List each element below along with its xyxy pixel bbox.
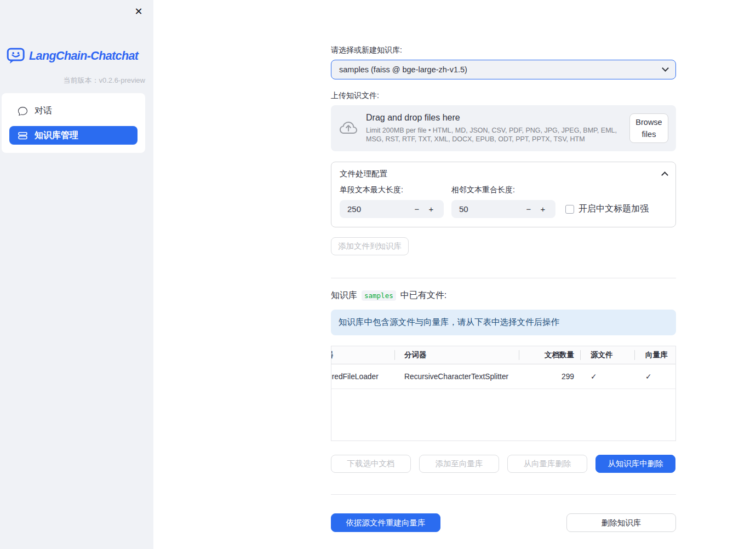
add-to-vector-store-button[interactable]: 添加至向量库: [419, 455, 499, 473]
delete-from-kb-button[interactable]: 从知识库中删除: [595, 455, 675, 473]
delete-kb-button[interactable]: 删除知识库: [566, 513, 676, 532]
file-config-title: 文件处理配置: [340, 169, 387, 179]
divider: [331, 278, 676, 278]
file-actions-toolbar: 下载选中文档 添加至向量库 从向量库删除 从知识库中删除: [331, 455, 676, 473]
version-value: v0.2.6-preview: [99, 76, 145, 84]
table-header-doc-count: 文档数量: [519, 346, 580, 364]
table-header-vector-store: 向量库: [634, 346, 675, 364]
cell-splitter: RecursiveCharacterTextSplitter: [394, 364, 519, 388]
app-logo-text: LangChain-Chatchat: [29, 49, 138, 63]
table-header-row: 器 分词器 文档数量 源文件 向量库: [331, 346, 675, 364]
cell-vector-store-check: ✓: [634, 364, 675, 388]
add-files-to-kb-button[interactable]: 添加文件到知识库: [331, 237, 409, 255]
file-config-expander-header[interactable]: 文件处理配置: [340, 162, 667, 185]
overlap-label: 相邻文本重合长度:: [451, 185, 555, 195]
kb-files-table[interactable]: 器 分词器 文档数量 源文件 向量库 uredFileLoader Recurs…: [331, 346, 676, 441]
chunk-size-decrement-button[interactable]: −: [410, 201, 424, 218]
overlap-input[interactable]: 50 − +: [451, 200, 555, 218]
kb-files-prefix: 知识库: [331, 290, 357, 301]
divider: [331, 494, 676, 495]
chunk-size-increment-button[interactable]: +: [424, 201, 438, 218]
chunk-size-input[interactable]: 250 − +: [340, 200, 444, 218]
chevron-up-icon: [661, 171, 668, 179]
app-logo: LangChain-Chatchat: [7, 47, 148, 65]
kb-name-code: samples: [362, 290, 396, 301]
cell-doc-count: 299: [519, 364, 580, 388]
kb-selectbox[interactable]: samples (faiss @ bge-large-zh-v1.5): [331, 60, 676, 79]
sidebar-item-kb-management[interactable]: 知识库管理: [9, 126, 138, 145]
kb-files-heading: 知识库 samples 中已有文件:: [331, 290, 676, 301]
delete-from-vector-store-button[interactable]: 从向量库删除: [507, 455, 587, 473]
cell-source-file-check: ✓: [580, 364, 634, 388]
uploader-label: 上传知识文件:: [331, 91, 676, 101]
sidebar-item-label: 对话: [35, 105, 52, 117]
browse-files-button[interactable]: Browse files: [629, 113, 668, 144]
version-text: 当前版本：v0.2.6-preview: [63, 76, 145, 85]
kb-selectbox-value: samples (faiss @ bge-large-zh-v1.5): [339, 65, 663, 74]
chunk-size-label: 单段文本最大长度:: [340, 185, 444, 195]
version-label: 当前版本：: [63, 76, 99, 84]
sidebar-menu: 对话 知识库管理: [2, 93, 145, 153]
overlap-increment-button[interactable]: +: [536, 201, 550, 218]
file-config-expander: 文件处理配置 单段文本最大长度: 250 − + 相邻文本重合长度: 50 − …: [331, 162, 676, 227]
chevron-down-icon: [662, 65, 669, 72]
table-header-splitter: 分词器: [394, 346, 519, 364]
overlap-decrement-button[interactable]: −: [522, 201, 536, 218]
sidebar-item-label: 知识库管理: [35, 130, 78, 141]
sidebar-close-button[interactable]: ✕: [130, 3, 147, 20]
cell-loader: uredFileLoader: [331, 364, 394, 388]
table-row[interactable]: uredFileLoader RecursiveCharacterTextSpl…: [331, 364, 675, 389]
uploader-hint: Limit 200MB per file • HTML, MD, JSON, C…: [366, 126, 621, 144]
kb-select-label: 请选择或新建知识库:: [331, 45, 676, 55]
uploader-texts: Drag and drop files here Limit 200MB per…: [366, 113, 621, 144]
kb-files-suffix: 中已有文件:: [400, 290, 446, 301]
close-icon: ✕: [134, 6, 142, 17]
rebuild-vector-store-button[interactable]: 依据源文件重建向量库: [331, 513, 440, 532]
chat-bubble-icon: [18, 106, 27, 116]
sidebar: ✕ LangChain-Chatchat 当前版本：v0.2.6-preview…: [0, 0, 153, 549]
cloud-upload-icon: [340, 119, 357, 137]
kb-list-icon: [18, 131, 27, 140]
info-banner-text: 知识库中包含源文件与向量库，请从下表中选择文件后操作: [339, 317, 559, 328]
zh-title-enhance-checkbox[interactable]: [565, 205, 574, 214]
sidebar-item-chat[interactable]: 对话: [9, 101, 138, 120]
main-content: 请选择或新建知识库: samples (faiss @ bge-large-zh…: [331, 0, 676, 532]
uploader-title: Drag and drop files here: [366, 113, 621, 123]
table-header-loader: 器: [331, 346, 394, 364]
overlap-value: 50: [459, 204, 522, 214]
zh-title-enhance-label: 开启中文标题加强: [579, 203, 649, 215]
table-header-source-file: 源文件: [580, 346, 634, 364]
kb-actions-row: 依据源文件重建向量库 删除知识库: [331, 513, 676, 532]
info-banner: 知识库中包含源文件与向量库，请从下表中选择文件后操作: [331, 310, 676, 335]
logo-chat-smiley-icon: [7, 47, 25, 65]
file-dropzone[interactable]: Drag and drop files here Limit 200MB per…: [331, 105, 676, 151]
chunk-size-value: 250: [347, 204, 410, 214]
download-selected-docs-button[interactable]: 下载选中文档: [331, 455, 411, 473]
